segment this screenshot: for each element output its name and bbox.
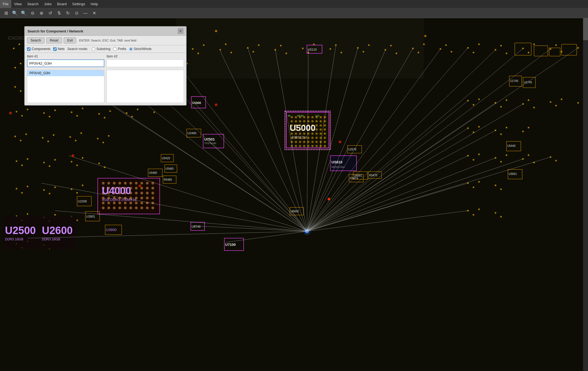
svg-rect-357	[203, 134, 224, 148]
svg-point-275	[311, 145, 314, 147]
svg-point-183	[522, 131, 524, 132]
refresh-ccw-icon[interactable]: ↺	[46, 9, 54, 17]
result-item-1[interactable]: PP3V42_G3H	[27, 70, 104, 76]
svg-point-304	[146, 187, 149, 189]
minimize-icon[interactable]: —	[81, 9, 89, 17]
svg-rect-368	[77, 196, 91, 206]
svg-point-300	[124, 187, 127, 189]
zoom-minus-icon[interactable]: ⊖	[29, 9, 36, 17]
svg-rect-445	[515, 43, 531, 55]
svg-point-218	[299, 120, 301, 122]
svg-point-163	[49, 248, 50, 249]
menu-search[interactable]: Search	[24, 0, 41, 8]
zoom-in-icon[interactable]: 🔍	[11, 9, 19, 17]
results-list-2[interactable]	[107, 70, 184, 103]
zoom-out-icon[interactable]: 🔍	[20, 9, 28, 17]
nets-checkbox-group[interactable]: Nets	[53, 47, 65, 51]
svg-point-28	[230, 52, 232, 53]
svg-point-477	[328, 198, 330, 200]
svg-text:U1745: U1745	[524, 81, 532, 84]
svg-point-224	[324, 120, 326, 122]
results-list-1[interactable]: PP3V42_G3H	[27, 70, 104, 103]
reset-button[interactable]: Reset	[46, 37, 62, 43]
svg-point-119	[14, 136, 16, 137]
svg-point-193	[533, 162, 535, 163]
svg-point-143	[21, 192, 23, 194]
menu-view[interactable]: View	[11, 0, 24, 8]
flip-icon[interactable]: ⇅	[55, 9, 63, 17]
components-checkbox-group[interactable]: Components	[27, 47, 50, 51]
svg-point-324	[146, 197, 149, 199]
prefix-radio-group[interactable]: Prefix	[113, 47, 126, 51]
svg-point-184	[528, 127, 529, 128]
grid-icon[interactable]: ⊞	[2, 9, 10, 17]
menu-settings[interactable]: Settings	[69, 0, 88, 8]
substring-radio[interactable]	[92, 47, 95, 51]
svg-point-331	[129, 202, 132, 204]
dialog-titlebar[interactable]: Search for Component / Network ✕	[25, 27, 186, 36]
svg-point-147	[54, 186, 56, 188]
strict-radio[interactable]	[129, 47, 133, 51]
svg-line-421	[307, 103, 496, 231]
zoom-plus-icon[interactable]: ⊕	[37, 9, 45, 17]
dialog-close-button[interactable]: ✕	[178, 28, 183, 34]
exit-button[interactable]: Exit	[64, 37, 76, 43]
nets-checkbox[interactable]	[53, 47, 57, 51]
svg-point-179	[478, 126, 480, 128]
svg-point-393	[304, 228, 310, 235]
svg-point-302	[135, 187, 138, 189]
svg-point-213	[315, 116, 318, 118]
menu-help[interactable]: Help	[88, 0, 101, 8]
center-icon[interactable]: ⊙	[73, 9, 80, 17]
svg-text:U5600: U5600	[291, 210, 299, 213]
svg-point-29	[247, 47, 249, 49]
svg-point-222	[315, 120, 318, 122]
svg-rect-446	[534, 46, 548, 56]
svg-text:U8749: U8749	[192, 225, 200, 228]
close-window-icon[interactable]: ✕	[90, 9, 98, 17]
menu-jobs[interactable]: Jobs	[41, 0, 54, 8]
svg-rect-453	[349, 174, 363, 182]
svg-point-238	[307, 128, 309, 131]
svg-point-330	[124, 202, 127, 204]
svg-point-26	[219, 49, 221, 51]
svg-point-252	[291, 137, 293, 139]
item2-input[interactable]	[107, 59, 184, 67]
svg-rect-372	[105, 225, 122, 235]
substring-radio-group[interactable]: Substring	[92, 47, 110, 51]
svg-rect-346	[98, 178, 160, 214]
svg-rect-382	[163, 176, 176, 183]
toolbar: ⊞ 🔍 🔍 ⊖ ⊕ ↺ ⇅ ↻ ⊙ — ✕	[0, 8, 588, 18]
svg-point-320	[124, 197, 127, 199]
item1-input[interactable]	[27, 59, 104, 67]
svg-rect-459	[508, 169, 522, 179]
svg-point-47	[412, 48, 414, 49]
svg-text:U3900: U3900	[106, 228, 116, 232]
svg-point-177	[467, 127, 469, 129]
svg-point-263	[299, 141, 301, 143]
svg-point-321	[129, 197, 132, 199]
search-button[interactable]: Search	[27, 37, 45, 43]
svg-point-185	[467, 155, 469, 156]
svg-point-322	[135, 197, 138, 199]
svg-point-333	[140, 202, 143, 204]
svg-point-134	[43, 162, 45, 163]
svg-point-27	[225, 43, 227, 45]
svg-point-301	[129, 187, 132, 189]
strict-radio-group[interactable]: Strict/Whole	[129, 47, 152, 51]
svg-point-104	[21, 115, 23, 117]
svg-point-287	[107, 182, 110, 185]
svg-point-158	[76, 219, 78, 221]
rotate-icon[interactable]: ↻	[64, 9, 72, 17]
menu-file[interactable]: File	[0, 0, 11, 8]
svg-point-344	[146, 207, 149, 209]
svg-point-165	[473, 104, 474, 106]
svg-rect-370	[85, 211, 100, 221]
svg-line-401	[206, 139, 307, 231]
components-checkbox[interactable]	[27, 47, 31, 51]
svg-point-141	[104, 166, 105, 168]
prefix-radio[interactable]	[113, 47, 117, 51]
svg-point-202	[473, 214, 474, 216]
svg-point-231	[315, 124, 318, 127]
menu-board[interactable]: Board	[55, 0, 70, 8]
